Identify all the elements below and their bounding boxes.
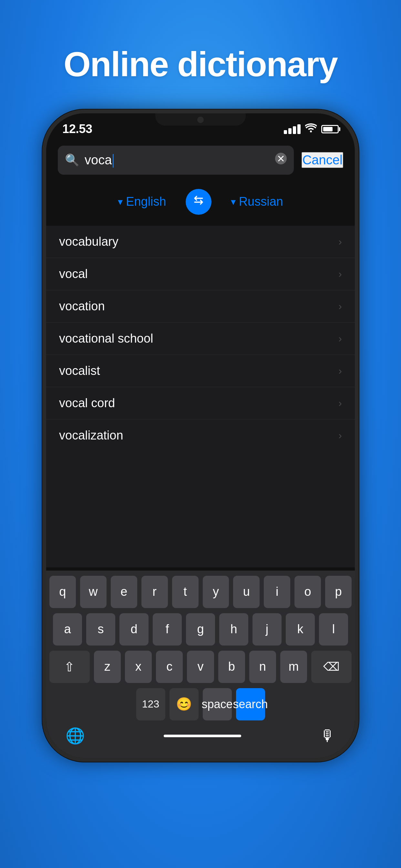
key-u[interactable]: u (233, 576, 259, 608)
key-z[interactable]: z (94, 651, 121, 683)
suggestion-item[interactable]: vocation › (46, 290, 355, 322)
suggestion-chevron-icon: › (338, 397, 342, 409)
target-lang-chevron-icon: ▾ (231, 196, 236, 207)
suggestion-text: vocational school (59, 332, 153, 345)
search-icon: 🔍 (65, 153, 80, 167)
key-i[interactable]: i (264, 576, 290, 608)
language-selector: ▾ English ▾ Russian (46, 181, 355, 222)
search-bar[interactable]: 🔍 voca (58, 146, 294, 175)
home-indicator (164, 735, 241, 737)
key-x[interactable]: x (125, 651, 152, 683)
key-l[interactable]: l (319, 613, 348, 646)
app-content: 🔍 voca Cancel ▾ English (46, 139, 355, 758)
suggestion-item[interactable]: vocalist › (46, 355, 355, 387)
suggestion-item[interactable]: vocabulary › (46, 226, 355, 258)
phone-notch (155, 113, 246, 126)
signal-icon (284, 124, 301, 134)
status-time: 12.53 (62, 122, 92, 136)
wifi-icon (305, 123, 317, 135)
key-a[interactable]: a (53, 613, 82, 646)
suggestion-item[interactable]: vocal cord › (46, 387, 355, 420)
shift-key[interactable]: ⇧ (50, 651, 90, 683)
page-title: Online dictionary (44, 45, 357, 84)
suggestion-item[interactable]: vocal › (46, 258, 355, 290)
keyboard-row-1: q w e r t y u i o p (50, 576, 351, 608)
keyboard-row-2: a s d f g h j k l (50, 613, 351, 646)
key-y[interactable]: y (203, 576, 229, 608)
suggestion-chevron-icon: › (338, 300, 342, 312)
microphone-icon[interactable]: 🎙 (320, 727, 335, 745)
source-lang-chevron-icon: ▾ (118, 196, 123, 207)
key-d[interactable]: d (120, 613, 149, 646)
keyboard-bottom-row: 123 😊 space search (50, 688, 351, 720)
source-language-selector[interactable]: ▾ English (118, 195, 166, 209)
swap-language-button[interactable] (186, 189, 212, 215)
key-b[interactable]: b (218, 651, 245, 683)
status-icons (284, 123, 339, 135)
keyboard-extras: 🌐 🎙 (50, 720, 351, 758)
delete-key[interactable]: ⌫ (311, 651, 351, 683)
key-s[interactable]: s (86, 613, 115, 646)
suggestions-list: vocabulary › vocal › vocation › vocation… (46, 226, 355, 567)
suggestion-text: vocalist (59, 364, 100, 378)
cancel-button[interactable]: Cancel (302, 152, 343, 168)
key-o[interactable]: o (295, 576, 321, 608)
search-key[interactable]: search (236, 688, 265, 720)
key-m[interactable]: m (280, 651, 307, 683)
key-f[interactable]: f (153, 613, 182, 646)
suggestion-text: vocation (59, 299, 105, 313)
suggestion-item[interactable]: vocational school › (46, 322, 355, 355)
search-input[interactable]: voca (85, 153, 275, 167)
suggestion-chevron-icon: › (338, 430, 342, 441)
phone-frame: 12.53 🔍 voca (42, 110, 359, 762)
suggestion-chevron-icon: › (338, 236, 342, 248)
suggestion-text: vocalization (59, 429, 123, 442)
keyboard-row-3: ⇧ z x c v b n m ⌫ (50, 651, 351, 683)
suggestion-item[interactable]: vocalization › (46, 420, 355, 452)
key-r[interactable]: r (142, 576, 168, 608)
emoji-key[interactable]: 😊 (169, 688, 198, 720)
key-k[interactable]: k (286, 613, 315, 646)
key-q[interactable]: q (50, 576, 76, 608)
numbers-key[interactable]: 123 (136, 688, 165, 720)
key-w[interactable]: w (80, 576, 106, 608)
key-j[interactable]: j (252, 613, 281, 646)
search-bar-container: 🔍 voca Cancel (46, 139, 355, 181)
key-e[interactable]: e (111, 576, 137, 608)
suggestion-text: vocabulary (59, 235, 119, 249)
source-language-label: English (126, 195, 166, 209)
swap-icon (191, 193, 206, 210)
suggestion-text: vocal (59, 267, 88, 281)
key-n[interactable]: n (249, 651, 276, 683)
suggestion-chevron-icon: › (338, 333, 342, 345)
keyboard: q w e r t y u i o p a s d f g h j k (46, 570, 355, 758)
key-t[interactable]: t (172, 576, 198, 608)
key-c[interactable]: c (156, 651, 183, 683)
globe-icon[interactable]: 🌐 (66, 727, 85, 745)
space-key[interactable]: space (203, 688, 232, 720)
suggestion-text: vocal cord (59, 396, 115, 410)
suggestion-chevron-icon: › (338, 365, 342, 377)
key-v[interactable]: v (187, 651, 214, 683)
battery-icon (321, 125, 339, 133)
target-language-label: Russian (239, 195, 283, 209)
suggestion-chevron-icon: › (338, 268, 342, 280)
key-g[interactable]: g (186, 613, 215, 646)
target-language-selector[interactable]: ▾ Russian (231, 195, 283, 209)
key-h[interactable]: h (219, 613, 248, 646)
key-p[interactable]: p (325, 576, 351, 608)
phone-camera (197, 117, 204, 123)
clear-icon[interactable] (275, 153, 287, 167)
